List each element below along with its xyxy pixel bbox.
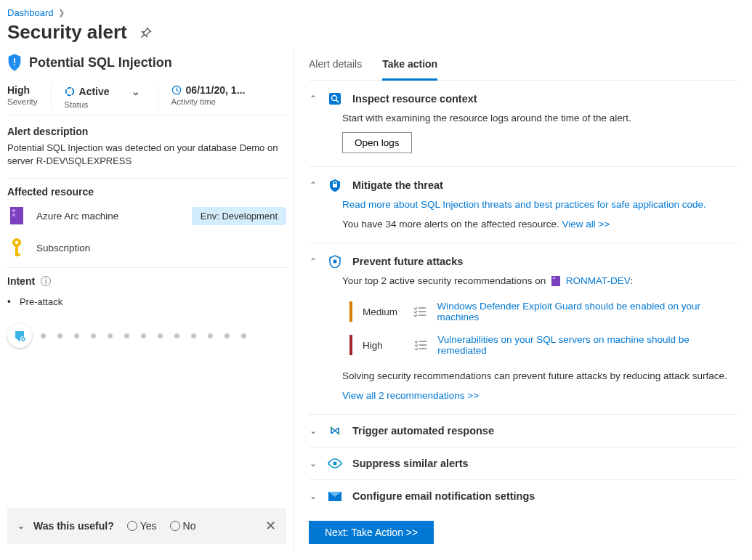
pin-icon[interactable] (136, 23, 156, 43)
section-trigger: ⌄ Trigger automated response (309, 415, 737, 447)
inspect-body-text: Start with examining the resource logs a… (342, 113, 737, 123)
shield-icon (7, 54, 22, 71)
prevent-icon (328, 255, 342, 268)
key-icon (7, 238, 26, 257)
section-mitigate: ⌃ Mitigate the threat Read more about SQ… (309, 167, 737, 243)
intent-timeline (7, 323, 286, 348)
chevron-down-icon[interactable]: ⌄ (127, 84, 145, 99)
tab-alert-details[interactable]: Alert details (309, 51, 362, 80)
chevron-up-icon[interactable]: ⌃ (309, 94, 318, 104)
inspect-icon (328, 92, 342, 105)
tabs: Alert details Take action (309, 51, 737, 81)
svg-rect-0 (14, 58, 15, 63)
checklist-icon (413, 307, 426, 317)
section-email: ⌄ Configure email notification settings (309, 480, 737, 512)
svg-rect-18 (553, 277, 555, 279)
automation-icon (328, 425, 342, 437)
svg-point-16 (333, 260, 337, 264)
chevron-right-icon: ❯ (58, 8, 65, 17)
svg-rect-5 (12, 209, 15, 212)
chevron-up-icon[interactable]: ⌃ (309, 256, 318, 267)
recommendation-list: Medium Windows Defender Exploit Guard sh… (342, 295, 737, 362)
affected-resource-arc[interactable]: Azure Arc machine (36, 211, 118, 222)
feedback-no[interactable]: No (170, 520, 196, 532)
view-all-alerts-link[interactable]: View all >> (562, 219, 610, 230)
feedback-bar: ⌄ Was this useful? Yes No ✕ (7, 508, 286, 544)
svg-point-19 (331, 427, 333, 429)
timeline-node-icon (7, 323, 32, 348)
next-take-action-button[interactable]: Next: Take Action >> (309, 521, 434, 544)
view-all-recs-link[interactable]: View all 2 recommendations >> (342, 390, 737, 401)
feedback-yes[interactable]: Yes (127, 520, 157, 532)
kpi-status[interactable]: Active ⌄ Status (65, 84, 158, 109)
section-title: Trigger automated response (352, 425, 494, 437)
arc-machine-icon (7, 206, 26, 225)
alert-title: Potential SQL Injection (29, 55, 172, 70)
svg-point-8 (15, 241, 18, 244)
eye-icon (328, 458, 342, 468)
page-title: Security alert (7, 21, 745, 44)
recommendation-item[interactable]: High Vulnerabilities on your SQL servers… (342, 328, 737, 362)
svg-rect-1 (14, 65, 15, 66)
info-icon[interactable]: i (41, 276, 51, 286)
close-icon[interactable]: ✕ (265, 518, 276, 534)
feedback-question: Was this useful? (33, 520, 114, 532)
chevron-up-icon[interactable]: ⌃ (309, 180, 318, 190)
section-title: Configure email notification settings (352, 490, 535, 502)
description-title: Alert description (7, 126, 286, 137)
breadcrumb: Dashboard ❯ (7, 7, 745, 18)
section-title: Mitigate the threat (352, 179, 443, 191)
chevron-down-icon[interactable]: ⌄ (17, 521, 25, 531)
left-panel: Potential SQL Injection High Severity Ac… (7, 49, 294, 551)
mitigate-link[interactable]: Read more about SQL Injection threats an… (342, 199, 737, 210)
affected-resource-subscription[interactable]: Subscription (36, 243, 90, 253)
mitigate-more-alerts: You have 34 more alerts on the affected … (342, 219, 737, 230)
svg-rect-6 (12, 214, 15, 216)
section-title: Prevent future attacks (352, 256, 463, 267)
mitigate-icon (328, 179, 342, 192)
severity-label: High (363, 340, 404, 351)
severity-bar (349, 301, 352, 322)
intent-item: Pre-attack (7, 296, 286, 307)
clock-icon (171, 85, 182, 95)
prevent-footer: Solving security recommendations can pre… (342, 370, 737, 381)
open-logs-button[interactable]: Open logs (342, 132, 412, 153)
chevron-down-icon[interactable]: ⌄ (309, 426, 318, 436)
severity-bar (349, 335, 352, 355)
svg-point-20 (338, 433, 340, 435)
recommendation-link[interactable]: Windows Defender Exploit Guard should be… (437, 301, 737, 322)
kpi-activity-time: 06/11/20, 1... Activity time (171, 84, 286, 109)
kpi-severity: High Severity (7, 84, 52, 109)
section-suppress: ⌄ Suppress similar alerts (309, 447, 737, 480)
checklist-icon (414, 340, 427, 350)
breadcrumb-root[interactable]: Dashboard (7, 7, 54, 18)
svg-point-2 (65, 88, 73, 96)
intent-title: Intent (7, 275, 35, 287)
svg-rect-17 (551, 276, 560, 286)
env-badge: Env: Development (192, 207, 286, 225)
prevent-intro: Your top 2 active security recommendatio… (342, 275, 737, 286)
svg-rect-4 (10, 207, 23, 224)
affected-title: Affected resource (7, 186, 286, 198)
section-title: Suppress similar alerts (352, 458, 469, 469)
section-prevent: ⌃ Prevent future attacks Your top 2 acti… (309, 243, 737, 415)
right-panel: Alert details Take action ⌃ Inspect reso… (294, 49, 745, 551)
svg-rect-12 (329, 93, 341, 105)
svg-point-21 (333, 462, 337, 466)
section-title: Inspect resource context (352, 93, 477, 105)
recommendation-item[interactable]: Medium Windows Defender Exploit Guard sh… (342, 295, 737, 328)
prevent-resource-link[interactable]: RONMAT-DEV (566, 275, 631, 286)
loading-spinner-icon (65, 86, 75, 97)
severity-label: Medium (363, 307, 404, 317)
server-icon (551, 276, 560, 286)
svg-rect-15 (333, 184, 337, 187)
svg-rect-10 (15, 253, 20, 256)
tab-take-action[interactable]: Take action (382, 51, 437, 81)
mail-icon (328, 492, 342, 501)
description-text: Potential SQL Injection was detected on … (7, 142, 286, 168)
chevron-down-icon[interactable]: ⌄ (309, 458, 318, 468)
chevron-down-icon[interactable]: ⌄ (309, 491, 318, 501)
section-inspect: ⌃ Inspect resource context Start with ex… (309, 81, 737, 167)
recommendation-link[interactable]: Vulnerabilities on your SQL servers on m… (437, 334, 737, 356)
